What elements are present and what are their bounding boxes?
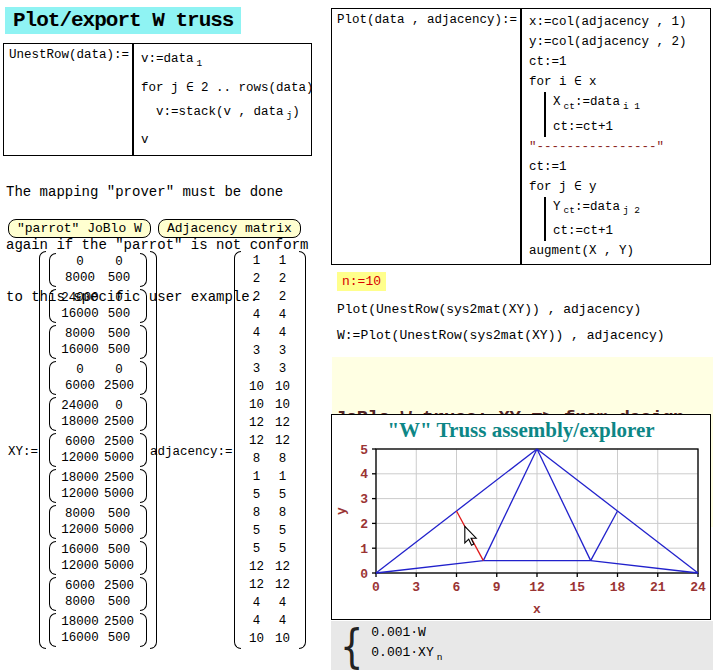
matrix: 16000500120005000 xyxy=(49,541,147,575)
truss-member xyxy=(537,449,591,561)
matrix-cell: 0 xyxy=(101,398,137,414)
paren-left-icon xyxy=(49,469,56,503)
matrix-cell: 3 xyxy=(244,342,270,360)
matrix: 240000180002500 xyxy=(49,397,147,431)
matrix-body: 1122224444333310101010121212128811558855… xyxy=(241,251,299,649)
truss-chart-region[interactable]: "W" Truss assembly/explorer 036912151821… xyxy=(331,414,711,620)
matrix-row: 33 xyxy=(244,342,296,360)
paren-left-icon xyxy=(49,325,56,359)
matrix-row: 88 xyxy=(244,504,296,522)
matrix-row: 11 xyxy=(244,468,296,486)
matrix-row: 16000500 xyxy=(59,342,137,358)
matrix-body: 180002500120005000 xyxy=(56,469,140,503)
program-line: for j ∈ y xyxy=(529,177,687,197)
truss-member xyxy=(591,561,698,573)
matrix-row: 33 xyxy=(244,360,296,378)
matrix-row: 11 xyxy=(244,252,296,270)
truss-plot[interactable]: 03691215182124012345xy xyxy=(332,443,710,619)
matrix-cell: 3 xyxy=(244,360,270,378)
matrix: 0060002500 xyxy=(49,361,147,395)
n-assignment[interactable]: n:=10 xyxy=(337,272,386,291)
matrix-row: 44 xyxy=(244,306,296,324)
matrix-row: 16000500 xyxy=(59,542,137,558)
program-line: ct:=ct+1 xyxy=(553,221,687,241)
matrix-cell: 10 xyxy=(244,378,270,396)
y-tick-label: 2 xyxy=(360,517,368,532)
y-tick-label: 0 xyxy=(360,567,368,582)
xy-matrix-label: XY:= xyxy=(8,445,38,459)
matrix-cell: 0 xyxy=(101,290,137,306)
matrix-row: 88 xyxy=(244,450,296,468)
matrix-cell: 10 xyxy=(244,396,270,414)
x-tick-label: 9 xyxy=(493,580,501,595)
matrix-cell: 5 xyxy=(270,540,296,558)
paren-right-icon xyxy=(140,253,147,287)
matrix-cell: 1 xyxy=(270,252,296,270)
trace-expressions-region[interactable]: { 0.001·W0.001·XYn xyxy=(331,621,713,670)
matrix-cell: 10 xyxy=(244,630,270,648)
matrix-row: 55 xyxy=(244,522,296,540)
matrix-cell: 12 xyxy=(270,558,296,576)
matrix: 8000500120005000 xyxy=(49,505,147,539)
adjacency-matrix-label: adjacency:= xyxy=(150,445,233,459)
matrix: 600025008000500 xyxy=(49,577,147,611)
matrix-cell: 24000 xyxy=(59,290,101,306)
unestrow-function-region[interactable]: UnestRow(data):= v:=data1for j ∈ 2 .. ro… xyxy=(3,43,312,156)
matrix-cell: 5000 xyxy=(101,558,137,574)
matrix: 180002500120005000 xyxy=(49,469,147,503)
y-tick-label: 3 xyxy=(360,492,368,507)
matrix-cell: 6000 xyxy=(59,578,101,594)
matrix-cell: 12 xyxy=(270,576,296,594)
mouse-cursor-icon xyxy=(465,526,476,545)
paren-right-icon xyxy=(140,577,147,611)
matrix-row: 120005000 xyxy=(59,558,137,574)
unestrow-lhs: UnestRow(data):= xyxy=(4,44,130,62)
matrix-cell: 5 xyxy=(270,522,296,540)
matrix-cell: 18000 xyxy=(59,414,101,430)
w-assignment-statement[interactable]: W:=Plot(UnestRow(sys2mat(XY)) , adjacenc… xyxy=(337,328,665,343)
program-line: ct:=ct+1 xyxy=(553,117,687,137)
program-line: v:=data1 xyxy=(141,47,314,76)
paren-right-icon xyxy=(140,613,147,647)
note-line: The mapping "prover" must be done xyxy=(6,184,308,202)
matrix-cell: 12 xyxy=(244,576,270,594)
matrix-row: 1010 xyxy=(244,396,296,414)
matrix-cell: 2500 xyxy=(101,578,137,594)
matrix-cell: 500 xyxy=(101,594,137,610)
plot-call-statement[interactable]: Plot(UnestRow(sys2mat(XY)) , adjacency) xyxy=(337,302,641,317)
paren-right-icon xyxy=(140,361,147,395)
program-line: v:=stack(v , dataj) xyxy=(141,100,314,129)
matrix-cell: 18000 xyxy=(59,470,101,486)
matrix-cell: 8 xyxy=(244,450,270,468)
adjacency-matrix-region[interactable]: adjacency:= 1122224444333310101010121212… xyxy=(150,251,306,653)
paren-right-icon xyxy=(299,251,306,649)
adjacency-tag[interactable]: Adjacency matrix xyxy=(158,219,301,238)
xy-matrix-region[interactable]: XY:= 00800050024000016000500800050016000… xyxy=(8,251,157,653)
matrix-row: 1010 xyxy=(244,378,296,396)
matrix-cell: 6000 xyxy=(59,434,101,450)
parrot-tag[interactable]: "parrot" JoBlo W xyxy=(8,219,151,238)
page-title[interactable]: Plot/export W truss xyxy=(5,7,241,34)
program-line: Yct:=dataj 2 xyxy=(553,197,687,222)
plot-function-region[interactable]: Plot(data , adjacency):= x:=col(adjacenc… xyxy=(331,8,711,265)
matrix-cell: 5 xyxy=(270,486,296,504)
paren-right-icon xyxy=(140,541,147,575)
matrix-row: 00 xyxy=(59,362,137,378)
paren-right-icon xyxy=(140,325,147,359)
matrix-row: 00 xyxy=(59,254,137,270)
matrix-cell: 0 xyxy=(101,362,137,378)
y-tick-label: 4 xyxy=(360,467,368,482)
matrix-row: 16000500 xyxy=(59,306,137,322)
matrix-row: 60002500 xyxy=(59,578,137,594)
paren-left-icon xyxy=(39,251,46,649)
matrix-row: 8000500 xyxy=(59,326,137,342)
matrix-row: 180002500 xyxy=(59,470,137,486)
matrix-cell: 5000 xyxy=(101,450,137,466)
program-line: Xct:=datai 1 xyxy=(553,92,687,117)
matrix-row: 8000500 xyxy=(59,594,137,610)
left-brace-icon: { xyxy=(340,626,363,666)
matrix-cell: 8 xyxy=(270,504,296,522)
adjacency-matrix: 1122224444333310101010121212128811558855… xyxy=(234,251,306,653)
matrix-row: 8000500 xyxy=(59,506,137,522)
matrix-row: 22 xyxy=(244,288,296,306)
